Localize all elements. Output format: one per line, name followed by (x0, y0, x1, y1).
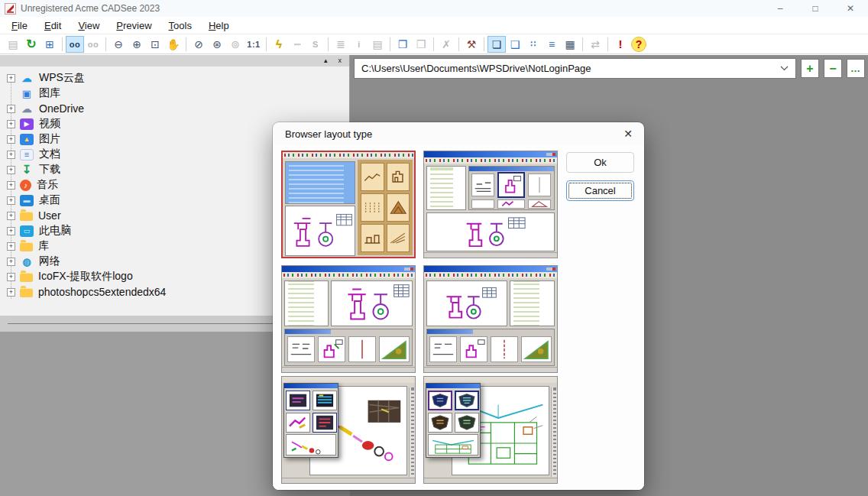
expand-toggle[interactable]: + (7, 273, 15, 281)
mini-statusbar (424, 478, 557, 483)
tree-item-desktop[interactable]: + ▬ 桌面 (6, 193, 349, 208)
ok-button[interactable]: Ok (566, 152, 634, 173)
layout-option-6[interactable] (423, 376, 558, 484)
zoom-all-button[interactable]: ⊛ (208, 36, 226, 53)
delete-button[interactable]: ✗ (437, 36, 455, 53)
tree-item-label: 下载 (39, 163, 60, 177)
zoom-previous-button[interactable]: ⊘ (189, 36, 208, 53)
convert-button[interactable]: ⇄ (586, 36, 604, 53)
dialog-close-icon[interactable]: ✕ (623, 128, 633, 140)
report-button[interactable]: ▤ (368, 36, 387, 53)
menu-view[interactable]: View (70, 18, 108, 33)
expand-toggle[interactable]: + (7, 135, 15, 144)
zoom-extent-button[interactable]: ⊚ (226, 36, 245, 53)
tree-item-icon (20, 288, 33, 297)
pan-button[interactable]: ✋ (164, 36, 183, 53)
tree-item-icon (20, 242, 33, 251)
expand-toggle[interactable]: + (7, 120, 15, 128)
tree-item-photoshop[interactable]: + photoshopcs5extendedx64 (6, 284, 349, 300)
tree-item-wps-cloud[interactable]: + ☁ WPS云盘 (6, 70, 349, 86)
warning-button[interactable]: ! (611, 36, 630, 53)
cancel-button[interactable]: Cancel (566, 180, 634, 201)
expand-toggle[interactable]: + (7, 227, 15, 235)
expand-toggle[interactable]: + (7, 166, 15, 174)
menu-edit[interactable]: Edit (36, 18, 70, 33)
menu-tools[interactable]: Tools (160, 18, 200, 33)
expand-toggle[interactable]: + (7, 288, 15, 297)
view-thumbnails-button[interactable]: ❏ (487, 36, 506, 53)
tree-item-documents[interactable]: + ≡ 文档 (6, 147, 349, 162)
close-button[interactable]: ✕ (833, 0, 868, 17)
shx-text-button[interactable]: S (306, 36, 325, 53)
maximize-button[interactable]: □ (798, 0, 833, 17)
measure-button[interactable]: ┉ (288, 36, 306, 53)
tree-item-icofx[interactable]: + IcoFX-提取软件logo (6, 269, 349, 284)
add-favorite-button[interactable]: + (801, 59, 819, 78)
browse-pairs-button[interactable]: oo (66, 36, 84, 53)
layout-option-4[interactable] (423, 265, 558, 373)
expand-toggle[interactable]: + (7, 181, 15, 190)
mini-thumbnail-browser (468, 166, 555, 210)
tree-item-pictures[interactable]: + ▲ 图片 (6, 131, 349, 147)
view-details-button[interactable]: ▦ (561, 36, 579, 53)
tree-item-icon: ▬ (20, 195, 34, 206)
zoom-in-button[interactable]: ⊕ (128, 36, 146, 53)
minimize-button[interactable]: – (763, 0, 798, 17)
tree-item-videos[interactable]: + ▶ 视频 (6, 116, 349, 131)
tree-item-downloads[interactable]: + ↧ 下载 (6, 162, 349, 177)
view-list-button[interactable]: ∷ (524, 36, 542, 53)
panel-pin-icon[interactable]: ▴ (324, 57, 328, 64)
remove-favorite-button[interactable]: − (824, 59, 842, 78)
separator (328, 37, 329, 51)
help-button[interactable]: ? (631, 37, 646, 52)
layers-button[interactable]: ≣ (332, 36, 350, 53)
mini-tree-pane (426, 166, 466, 210)
expand-toggle[interactable]: + (7, 258, 15, 266)
tree-item-libraries[interactable]: + 库 (6, 238, 349, 254)
tree-item-label: User (38, 209, 61, 222)
paste-button[interactable]: ❒ (412, 36, 430, 53)
zoom-window-button[interactable]: ⊡ (146, 36, 164, 53)
tools-button[interactable]: ⚒ (462, 36, 481, 53)
refresh-button[interactable]: ↻ (22, 36, 40, 53)
browse-pairs-off-button[interactable]: oo (84, 36, 102, 53)
tree-item-onedrive[interactable]: + ☁ OneDrive (6, 101, 349, 116)
layout-option-2[interactable] (423, 151, 558, 258)
menu-preview[interactable]: Preview (108, 18, 160, 33)
expand-toggle[interactable]: + (7, 242, 15, 251)
expand-toggle[interactable]: + (7, 151, 15, 159)
tree-item-user[interactable]: + User (6, 208, 349, 223)
address-buttons: + − … (801, 59, 865, 78)
panel-close-icon[interactable]: x (338, 57, 342, 64)
layout-option-5[interactable] (281, 376, 416, 484)
copy-button[interactable]: ❐ (394, 36, 412, 53)
expand-toggle[interactable]: + (7, 196, 15, 205)
tree-item-music[interactable]: + ♪ 音乐 (6, 177, 349, 193)
mini-preview-pane (426, 212, 555, 251)
browse-folder-button[interactable]: … (847, 59, 865, 78)
view-icons-button[interactable]: ❑ (506, 36, 524, 53)
quick-flash-button[interactable]: ϟ (270, 36, 288, 53)
zoom-out-button[interactable]: ⊖ (109, 36, 128, 53)
view-smallicons-button[interactable]: ≡ (542, 36, 561, 53)
expand-toggle[interactable]: + (7, 74, 15, 83)
tree-item-label: 图库 (39, 86, 60, 100)
tree-item-icon: ↧ (20, 164, 34, 176)
tree-item-this-pc[interactable]: + ▭ 此电脑 (6, 223, 349, 238)
info-button[interactable]: i (350, 36, 368, 53)
mini-tree-pane (510, 280, 555, 326)
expand-toggle[interactable]: + (7, 212, 15, 220)
path-combobox[interactable]: C:\Users\User\Documents\WPSDrive\NotLogi… (354, 58, 796, 79)
scan-button[interactable]: ▤ (4, 36, 22, 53)
tree-item-network[interactable]: + ◍ 网络 (6, 254, 349, 269)
tree-item-label: WPS云盘 (39, 71, 85, 85)
separator (390, 37, 390, 51)
menu-file[interactable]: File (3, 18, 36, 33)
expand-toggle[interactable]: + (7, 105, 15, 113)
dropdown-chevron-icon[interactable] (780, 66, 789, 71)
tree-item-gallery[interactable]: + ▣ 图库 (6, 86, 349, 101)
mini-thumb-cell (387, 193, 410, 222)
menu-help[interactable]: Help (200, 18, 238, 33)
layout-button[interactable]: ⊞ (40, 36, 59, 53)
actual-size-button[interactable]: 1:1 (245, 36, 263, 53)
